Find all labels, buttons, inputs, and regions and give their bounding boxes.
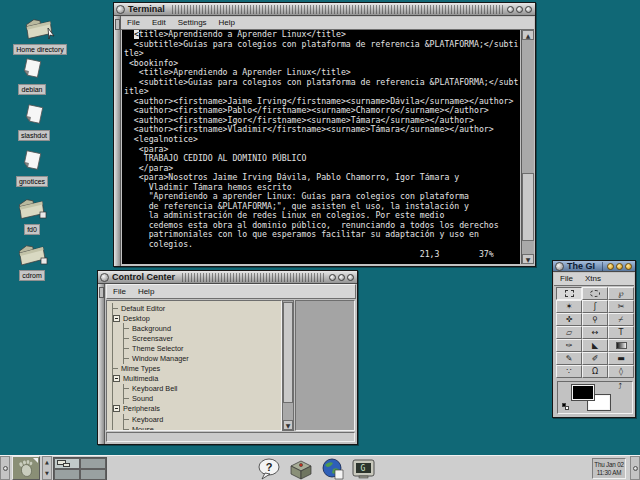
panel-hide-right-button[interactable] [630,456,640,480]
window-menu-icon[interactable] [116,5,125,14]
tool-blend-icon[interactable] [608,339,634,352]
menu-file[interactable]: File [107,287,132,297]
desktop-icon-slashdot[interactable]: slashdot [2,102,66,141]
tree-item-mime-types[interactable]: Mime Types [113,364,281,374]
menu-file[interactable]: File [554,274,579,284]
tool-ellipse-select-icon[interactable] [582,287,608,300]
desktop-icon-label: fd0 [24,224,40,235]
tool-airbrush-icon[interactable]: ∵ [556,365,582,378]
tool-pencil-icon[interactable]: ✎ [556,352,582,365]
minimize-button[interactable] [607,263,614,270]
tool-rect-select-icon[interactable] [556,287,582,300]
terminal-line: <legalnotice> [122,135,520,145]
minimize-button[interactable] [507,6,514,13]
gimp-tool-grid: ℘ ✶ ʃ ✂ ✜ ⚲ ⌿ ▱ ↔ T ✑ ◣ ✎ ✐ ▬ ∵ Ω ◊ [556,287,634,378]
workspace-4[interactable] [80,469,106,480]
control-center-titlebar[interactable]: Control Center [98,271,357,284]
menu-help[interactable]: Help [132,287,160,297]
terminal-titlebar[interactable]: Terminal [114,3,535,16]
window-menu-icon[interactable] [555,262,564,271]
gimp-titlebar[interactable]: The GI [553,261,635,272]
tree-item-desktop[interactable]: Desktop [113,313,281,323]
desktop-icon-debian[interactable]: debian [0,56,64,95]
launcher-terminal[interactable]: G [350,457,378,480]
titlebar-grip[interactable] [172,5,504,14]
scrollbar-thumb[interactable] [522,173,534,241]
tree-item-window-manager[interactable]: Window Manager [124,353,281,363]
collapse-icon[interactable] [113,315,120,322]
tool-bucket-fill-icon[interactable]: ◣ [582,339,608,352]
titlebar-grip[interactable] [602,262,604,271]
menu-settings[interactable]: Settings [172,18,213,28]
tasklist-arrows-button[interactable]: ▲ ▼ [42,456,52,480]
launcher-toolbox[interactable] [287,457,315,480]
menu-file[interactable]: File [121,18,146,28]
workspace-3[interactable] [54,469,80,480]
desktop-icon-cdrom[interactable]: cdrom [0,240,64,281]
tool-crop-icon[interactable]: ⌿ [608,313,634,326]
scroll-down-icon[interactable]: ▼ [283,420,293,430]
collapse-icon[interactable] [113,375,120,382]
workspace-1[interactable] [54,458,80,469]
window-menu-icon[interactable] [100,273,109,282]
tree-item-mouse[interactable]: Mouse [124,424,281,431]
tool-paintbrush-icon[interactable]: ✐ [582,352,608,365]
tool-text-icon[interactable]: T [608,326,634,339]
scroll-up-icon[interactable]: ▲ [522,30,534,40]
close-button[interactable] [347,274,354,281]
window-side-grip[interactable] [114,16,121,266]
tree-item-screensaver[interactable]: Screensaver [124,333,281,343]
launcher-web-browser[interactable] [319,457,347,480]
panel-hide-left-button[interactable] [0,456,10,480]
control-center-menubar: File Help [106,284,356,299]
close-button[interactable] [525,6,532,13]
tree-item-keyboard[interactable]: Keyboard [124,414,281,424]
tool-fuzzy-select-icon[interactable]: ✶ [556,300,582,313]
control-center-window: Control Center File Help Default Editor … [97,270,358,445]
reset-colors-icon[interactable] [562,403,569,410]
collapse-icon[interactable] [113,405,120,412]
desktop-icon-gnotices[interactable]: gnotices [0,148,64,187]
workspace-2[interactable] [80,458,106,469]
window-side-grip[interactable] [98,284,105,444]
tool-color-picker-icon[interactable]: ✑ [556,339,582,352]
tool-free-select-icon[interactable]: ℘ [608,287,634,300]
terminal-screen[interactable]: <title>Aprendiendo a Aprender Linux</tit… [122,30,520,264]
scrollbar-thumb[interactable] [283,302,293,403]
tool-convolve-icon[interactable]: ◊ [608,365,634,378]
menu-help[interactable]: Help [213,18,241,28]
menu-xtns[interactable]: Xtns [579,274,607,284]
clock-applet[interactable]: Thu Jan 02 11:30 AM [592,458,626,479]
minimize-button[interactable] [329,274,336,281]
close-button[interactable] [625,263,632,270]
tree-item-default-editor[interactable]: Default Editor [113,303,281,313]
tree-scrollbar[interactable]: ▼ [282,300,294,431]
menu-edit[interactable]: Edit [146,18,172,28]
tool-scissors-icon[interactable]: ✂ [608,300,634,313]
swap-colors-icon[interactable]: ⤴ [618,383,622,391]
tool-transform-icon[interactable]: ▱ [556,326,582,339]
tool-eraser-icon[interactable]: ▬ [608,352,634,365]
main-menu-button[interactable] [12,456,40,480]
launcher-help[interactable]: ? [255,457,283,480]
tree-item-sound[interactable]: Sound [124,394,281,404]
desktop-icon-home[interactable]: Home directory [8,14,72,55]
tool-flip-icon[interactable]: ↔ [582,326,608,339]
tree-item-background[interactable]: Background [124,323,281,333]
maximize-button[interactable] [616,263,623,270]
tool-bezier-select-icon[interactable]: ʃ [582,300,608,313]
tree-item-keyboard-bell[interactable]: Keyboard Bell [124,384,281,394]
tree-item-peripherals[interactable]: Peripherals [113,404,281,414]
tool-move-icon[interactable]: ✜ [556,313,582,326]
scroll-down-icon[interactable]: ▼ [522,254,534,264]
terminal-scrollbar[interactable]: ▲ ▼ [521,30,534,264]
foreground-color-swatch[interactable] [572,385,594,400]
maximize-button[interactable] [338,274,345,281]
maximize-button[interactable] [516,6,523,13]
tree-item-multimedia[interactable]: Multimedia [113,374,281,384]
tree-item-theme-selector[interactable]: Theme Selector [124,343,281,353]
tool-clone-icon[interactable]: Ω [582,365,608,378]
tool-magnify-icon[interactable]: ⚲ [582,313,608,326]
desktop-icon-fd0[interactable]: fd0 [0,194,64,235]
titlebar-grip[interactable] [182,273,326,282]
